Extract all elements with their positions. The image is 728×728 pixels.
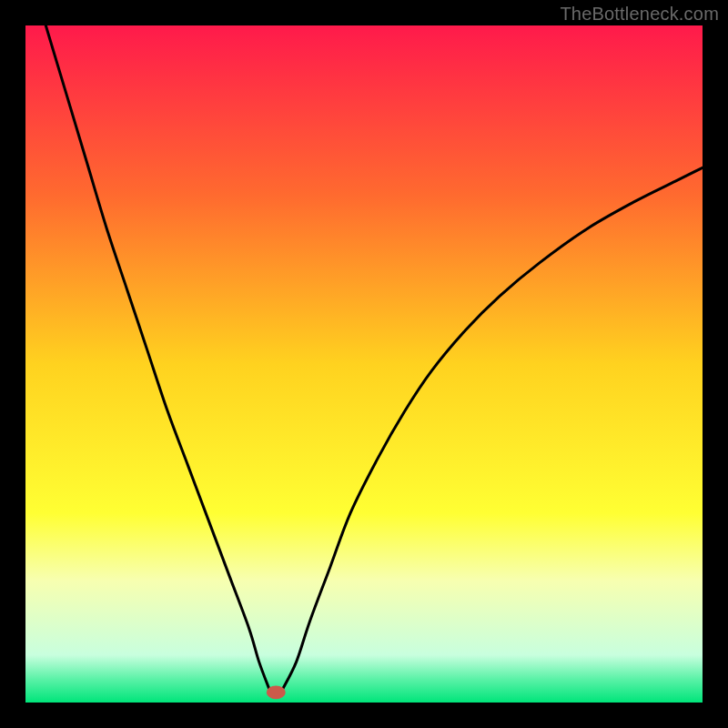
chart-background bbox=[25, 25, 703, 703]
chart-frame bbox=[25, 25, 703, 703]
watermark-text: TheBottleneck.com bbox=[560, 4, 719, 25]
bottleneck-marker bbox=[267, 685, 286, 699]
chart-svg bbox=[25, 25, 703, 703]
